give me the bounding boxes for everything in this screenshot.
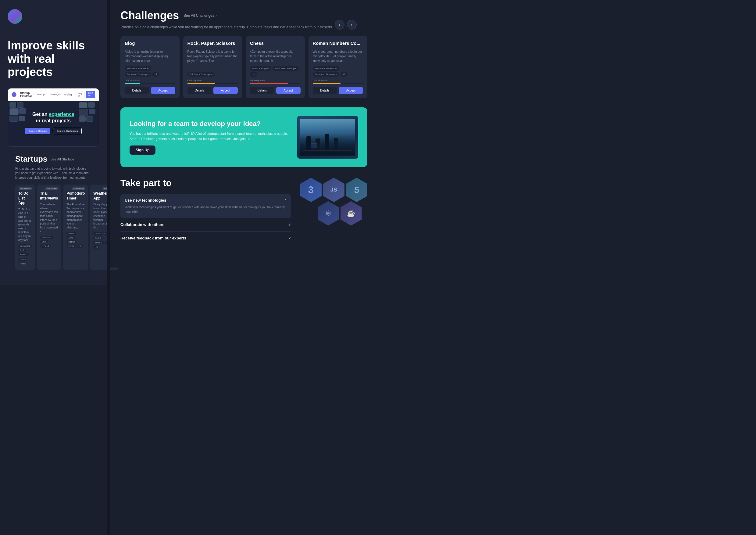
challenge-tags: Full Stack Developer [187, 72, 238, 76]
tag-backend: Back-end Developer [273, 66, 299, 71]
challenge-desc: «Computer chess» it's a popular term in … [250, 49, 301, 63]
hex-row-top: 3 JS 5 [300, 178, 367, 202]
take-part-title: Take part to [121, 178, 291, 188]
startup-card-pomodoro: Not started Pomodoro Timer The Pomodoro … [64, 184, 88, 268]
chevron-down-icon: ∨ [288, 222, 291, 227]
challenge-title: Chess [250, 40, 301, 46]
see-all-challenges-link[interactable]: See All Challenges › [183, 14, 217, 18]
see-all-startups-link[interactable]: See All Startups › [50, 157, 76, 161]
accept-button[interactable]: Accept [213, 87, 238, 94]
tag-html5: HTML5 [67, 240, 77, 244]
accordion-title: Receive feedback from our experts [121, 236, 186, 240]
challenge-tags: Full Stack Developer Back-end Developer … [125, 66, 175, 76]
challenge-card-blog: Blog A blog is an online journal or info… [121, 36, 179, 98]
tag-css3: CSS3 [18, 258, 27, 261]
tag-more: +3 [93, 245, 99, 249]
hex-row-bottom: ⚛ ☕ [318, 201, 362, 226]
accept-button[interactable]: Accept [339, 87, 363, 94]
browser-nav-links: Startups Challenges Pricing [37, 93, 72, 96]
difficulty-bar [250, 83, 301, 84]
challenge-tags: Full Stack Developer Front-end Developer… [313, 66, 364, 76]
hex-grid: 3 JS 5 ⚛ ☕ [300, 178, 367, 226]
explore-challenges-button[interactable]: Explore Challenges [53, 128, 82, 134]
tag-html5: HTML5 [40, 244, 51, 248]
startup-card-todo: Not started To Do List App To Do List Ap… [15, 184, 35, 268]
react-hex-icon[interactable]: ⚛ [318, 201, 339, 226]
java-hex-icon[interactable]: ☕ [340, 201, 362, 226]
explore-startups-button[interactable]: Explore Startups [25, 128, 50, 134]
tech-tags: React Java HTML5 CSS3 +3 [67, 232, 85, 248]
browser-nav-buttons: Log In Sign Up [76, 91, 95, 98]
accordion-collaborate: Collaborate with others ∨ [121, 218, 291, 232]
difficulty-label: Difficulty level [125, 79, 175, 82]
chevron-up-icon: ∧ [284, 198, 287, 202]
html5-hex-icon[interactable]: 5 [346, 178, 367, 202]
tech-tags-row2: CSS3 React [18, 258, 32, 266]
accordion-header[interactable]: Receive feedback from our experts ∨ [121, 236, 291, 240]
hero-title: Improve skills with real projects [8, 39, 99, 79]
nav-challenges[interactable]: Challenges [49, 93, 61, 96]
browser-hero-buttons: Explore Startups Explore Challenges [13, 128, 94, 134]
accept-button[interactable]: Accept [276, 87, 301, 94]
difficulty-label: Difficulty level [187, 79, 238, 82]
chevron-right-icon: › [75, 157, 76, 161]
challenges-header: Challenges See All Challenges › [121, 9, 367, 22]
cta-signup-button[interactable]: Sign Up [129, 146, 155, 155]
signup-button[interactable]: Sign Up [86, 91, 95, 98]
accordion-header[interactable]: Collaborate with others ∨ [121, 222, 291, 227]
tag-java: Java [40, 240, 48, 243]
take-part-left: Take part to Use new technologies ∧ Work… [121, 178, 291, 245]
nav-pricing[interactable]: Pricing [64, 93, 72, 96]
login-button[interactable]: Log In [76, 91, 84, 98]
challenges-subtitle: Practise on single challenges while you … [121, 24, 367, 30]
tag-more: +1 [152, 72, 159, 76]
chevron-right-icon: › [216, 14, 217, 18]
tag-fullstack: Full Stack Developer [187, 72, 214, 76]
javascript-hex-icon[interactable]: JS [323, 178, 344, 202]
difficulty-bar [187, 83, 238, 84]
css3-hex-icon[interactable]: 3 [300, 178, 322, 202]
nav-startups[interactable]: Startups [37, 93, 46, 96]
details-button[interactable]: Details [250, 87, 274, 94]
hero-real-projects: real projects [42, 118, 71, 123]
challenge-desc: Rock, Paper, Scissors is a game for two … [187, 49, 238, 69]
startups-section-header: Startups See All Startups › [15, 154, 92, 164]
challenge-buttons: Details Accept [250, 87, 301, 94]
prev-arrow-button[interactable]: ‹ [335, 20, 344, 30]
cta-title: Looking for a team to develop your idea? [129, 120, 291, 128]
challenge-buttons: Details Accept [187, 87, 238, 94]
accept-button[interactable]: Accept [151, 87, 175, 94]
browser-navbar: Startup Emulator Startups Challenges Pri… [8, 89, 99, 101]
challenges-navigation: ‹ › [335, 20, 357, 30]
not-started-badge: Not started [72, 187, 85, 190]
tag-fullstack: Full Stack Developer [313, 66, 339, 71]
challenges-grid: Blog A blog is an online journal or info… [121, 36, 367, 98]
challenge-title: Blog [125, 40, 175, 46]
details-button[interactable]: Details [187, 87, 212, 94]
tag-more: +3 [77, 245, 83, 248]
tag-uiux: UI/UX Designer [250, 66, 271, 71]
accordion-header[interactable]: Use new technologies ∧ [125, 198, 287, 203]
chevron-down-icon: ∨ [288, 236, 291, 240]
tag-react: React [18, 262, 27, 266]
tag-more: +1 [250, 72, 257, 76]
not-started-badge: Not started [45, 187, 59, 190]
tag-js: Javascript [93, 232, 107, 235]
tag-more: +1 [340, 72, 347, 76]
challenges-title: Challenges [121, 9, 179, 22]
not-started-badge: Not started [18, 187, 32, 190]
hero-in: in [36, 118, 40, 123]
tag-css3: CSS3 [67, 245, 76, 248]
hero-experience: experience [49, 112, 74, 117]
tag-html5: HTML5 [93, 241, 104, 244]
tag-frontend: Front-end Developer [313, 72, 339, 76]
details-button[interactable]: Details [313, 87, 337, 94]
challenge-card-rps: Rock, Paper, Scissors Rock, Paper, Sciss… [183, 36, 242, 98]
difficulty-bar [313, 83, 364, 84]
tech-tags: Javascript Java HTML5 [40, 236, 58, 248]
next-arrow-button[interactable]: › [347, 20, 357, 30]
cta-desc: You have a brilliant idea and want to fu… [129, 131, 291, 141]
tag-javascript: Javascript [18, 244, 32, 248]
details-button[interactable]: Details [125, 87, 149, 94]
logo-icon[interactable] [8, 9, 22, 24]
